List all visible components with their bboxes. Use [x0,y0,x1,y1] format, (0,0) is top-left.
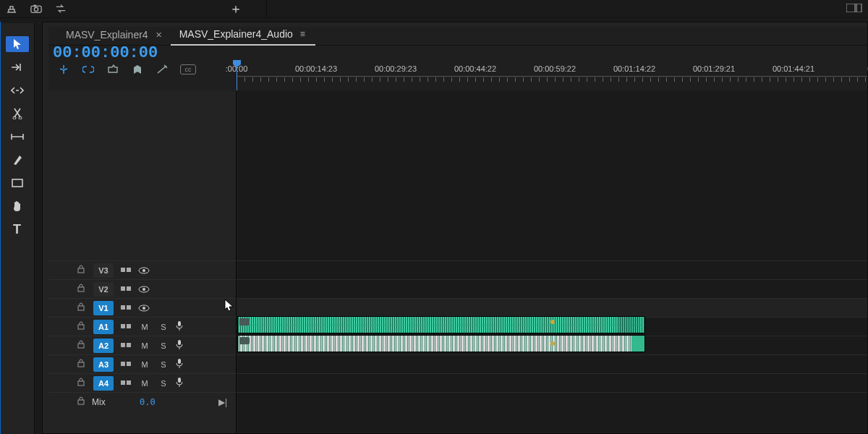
toggle-sync-icon[interactable] [119,323,132,331]
svg-rect-8 [78,268,84,273]
svg-rect-32 [121,362,125,366]
track-label[interactable]: V2 [93,282,114,297]
sequence-tabs: MASV_Explainer4✕MASV_Explainer4_Audio≡ [48,27,867,46]
toggle-visibility-icon[interactable] [138,302,151,314]
audio-track-header[interactable]: A3MS [48,354,236,373]
svg-rect-20 [127,305,131,310]
audio-clip-a1[interactable] [237,316,645,333]
svg-rect-19 [121,305,125,310]
svg-rect-30 [178,340,181,345]
current-timecode[interactable]: 00:00:00:00 [51,44,235,62]
tracks-area: V3V2V1A1MSA2MSA3MSA4MSMix0.0▶| [48,90,867,433]
audio-track-header[interactable]: A1MS [48,317,236,336]
rectangle-tool[interactable] [6,175,29,191]
lock-icon[interactable] [77,396,85,407]
svg-rect-29 [127,343,131,347]
solo-button[interactable]: S [157,360,170,369]
razor-tool[interactable] [6,106,29,122]
ruler-tick-label: 00:01:44:21 [773,64,814,73]
top-toolbar: ＋ [0,0,868,18]
audio-track-header[interactable]: A2MS [48,336,236,354]
lock-icon[interactable] [77,265,88,276]
lock-icon[interactable] [77,340,88,351]
voiceover-icon[interactable] [176,320,189,333]
video-track-header[interactable]: V2 [48,279,236,298]
swap-icon[interactable] [55,3,67,14]
svg-rect-14 [121,286,125,291]
lock-icon[interactable] [77,321,88,332]
lock-icon[interactable] [77,284,88,294]
export-icon[interactable] [6,3,17,14]
ripple-edit-tool[interactable] [6,82,29,98]
timeline-controls: cc [51,62,235,77]
ruler-tick-label: 00:00:44:22 [454,64,496,73]
svg-point-12 [142,269,145,272]
timeline-settings-icon[interactable] [156,63,169,76]
panel-menu-icon[interactable]: ≡ [300,29,307,39]
snap-icon[interactable] [57,63,70,76]
toggle-sync-icon[interactable] [119,341,132,350]
svg-rect-10 [127,268,131,272]
selection-tool[interactable] [6,36,29,52]
video-track-header[interactable]: V3 [48,260,236,279]
track-label[interactable]: V1 [93,301,114,315]
audio-track-header[interactable]: A4MS [48,373,236,392]
track-label[interactable]: A4 [93,376,114,391]
mute-button[interactable]: M [138,379,151,388]
mute-button[interactable]: M [138,341,151,350]
solo-button[interactable]: S [157,379,170,388]
camera-icon[interactable] [30,3,42,14]
toggle-visibility-icon[interactable] [138,265,151,276]
svg-rect-13 [78,287,84,292]
mix-value[interactable]: 0.0 [140,397,156,407]
video-track-header[interactable]: V1 [48,298,236,317]
lock-icon[interactable] [77,302,88,313]
captions-icon[interactable]: cc [180,64,196,75]
mix-track-header[interactable]: Mix0.0▶| [48,392,236,411]
svg-rect-15 [127,286,131,291]
svg-rect-27 [78,344,84,348]
track-select-forward-tool[interactable] [6,59,29,75]
voiceover-icon[interactable] [176,339,189,352]
solo-button[interactable]: S [157,323,170,331]
go-to-end-icon[interactable]: ▶| [218,397,227,407]
close-icon[interactable]: ✕ [156,30,162,40]
audio-clip-a2[interactable] [237,335,645,352]
slip-tool[interactable] [6,129,29,145]
track-label[interactable]: A3 [93,357,114,372]
layout-toggle-icon[interactable] [846,4,862,14]
track-label[interactable]: V3 [93,263,114,278]
track-label[interactable]: A2 [93,339,114,353]
svg-point-22 [142,307,145,310]
ruler-tick-label: 00:00:29:23 [375,64,417,73]
add-panel-button[interactable]: ＋ [230,3,242,14]
svg-rect-7 [12,179,22,187]
toggle-sync-icon[interactable] [119,266,132,275]
insert-marker-icon[interactable] [106,63,119,76]
voiceover-icon[interactable] [176,358,189,370]
tab-label: MASV_Explainer4_Audio [179,28,293,40]
toggle-sync-icon[interactable] [119,379,132,388]
toggle-sync-icon[interactable] [119,304,132,312]
marker-icon[interactable] [131,63,144,76]
toggle-sync-icon[interactable] [119,285,132,294]
time-ruler[interactable]: :00:0000:00:14:2300:00:29:2300:00:44:220… [237,64,867,89]
svg-rect-35 [78,381,84,386]
lock-icon[interactable] [77,378,88,388]
track-label[interactable]: A1 [93,320,114,334]
pen-tool[interactable] [6,152,29,168]
svg-rect-37 [127,380,131,385]
mute-button[interactable]: M [138,323,151,331]
sequence-tab[interactable]: MASV_Explainer4✕ [57,26,171,45]
sequence-tab[interactable]: MASV_Explainer4_Audio≡ [171,25,315,46]
toggle-visibility-icon[interactable] [138,284,151,295]
linked-selection-icon[interactable] [82,63,95,76]
track-content[interactable] [237,90,867,433]
mute-button[interactable]: M [138,360,151,369]
lock-icon[interactable] [77,359,88,370]
solo-button[interactable]: S [157,341,170,350]
type-tool[interactable]: T [6,221,29,237]
toggle-sync-icon[interactable] [119,360,132,369]
hand-tool[interactable] [6,198,29,214]
voiceover-icon[interactable] [176,377,189,389]
